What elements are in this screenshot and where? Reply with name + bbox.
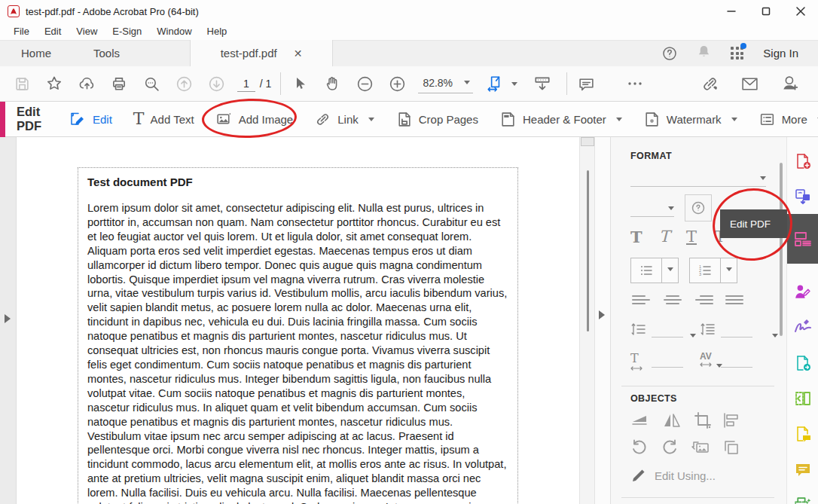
numbered-list-chevron-icon[interactable] [720, 258, 737, 283]
tab-close-icon[interactable]: ✕ [294, 47, 303, 60]
tab-home[interactable]: Home [0, 40, 72, 66]
export-pdf-icon[interactable] [787, 179, 818, 214]
horizontal-scale-input[interactable] [652, 354, 683, 368]
fit-width-chevron-icon[interactable] [511, 82, 517, 89]
crop-pages-button[interactable]: Crop Pages [395, 111, 478, 128]
bold-icon[interactable]: T [630, 228, 642, 246]
rotate-ccw-icon[interactable] [630, 438, 649, 457]
page-number-input[interactable]: 1 [237, 76, 255, 92]
character-spacing-input[interactable] [721, 354, 752, 368]
zoom-out-icon[interactable] [353, 71, 376, 96]
align-justify-icon[interactable] [725, 294, 743, 307]
notifications-bell-icon[interactable] [697, 44, 711, 62]
font-family-combo[interactable] [630, 170, 766, 187]
request-signatures-icon[interactable] [787, 274, 818, 310]
align-left-icon[interactable] [632, 294, 650, 307]
apps-waffle-icon[interactable] [731, 47, 743, 60]
flip-horizontal-icon[interactable] [662, 411, 682, 429]
flip-vertical-icon[interactable] [630, 411, 650, 429]
previous-page-icon[interactable] [172, 71, 195, 96]
next-page-icon[interactable] [205, 71, 227, 96]
menu-help[interactable]: Help [200, 24, 235, 38]
select-pointer-icon[interactable] [288, 71, 311, 96]
add-text-label: Add Text [151, 113, 194, 126]
search-zoom-icon[interactable] [140, 71, 163, 96]
main-toolbar: 1 / 1 82.8% [0, 66, 818, 102]
edit-using-button[interactable]: Edit Using... [630, 467, 716, 484]
collapse-right-panel-icon[interactable] [599, 310, 605, 319]
paragraph-spacing-chevron-icon[interactable] [772, 334, 778, 341]
menu-file[interactable]: File [6, 24, 37, 38]
email-icon[interactable] [740, 75, 759, 93]
save-icon[interactable] [11, 71, 33, 96]
italic-icon[interactable]: T [659, 228, 670, 246]
share-link-icon[interactable] [700, 75, 719, 93]
tab-document[interactable]: test-pdf.pdf ✕ [190, 40, 333, 66]
fit-width-icon[interactable] [484, 71, 506, 96]
print-icon[interactable] [108, 71, 130, 96]
fill-and-sign-icon[interactable] [787, 310, 818, 345]
minimize-button[interactable] [714, 0, 749, 23]
character-spacing-icon: AV [700, 351, 712, 368]
align-objects-icon[interactable] [722, 411, 740, 429]
bulleted-list-chevron-icon[interactable] [661, 258, 678, 283]
add-image-button[interactable]: Add Image [215, 111, 294, 128]
page-notes-icon[interactable] [787, 416, 818, 451]
zoom-level-select[interactable]: 82.8% [418, 75, 473, 93]
edit-tool-button[interactable]: Edit [69, 110, 112, 128]
numbered-list-button[interactable]: 123 [689, 258, 737, 283]
replace-image-icon[interactable] [691, 438, 710, 457]
add-text-button[interactable]: T Add Text [133, 111, 194, 127]
document-scrollbar[interactable] [579, 137, 595, 504]
scan-ocr-icon[interactable] [787, 487, 818, 504]
expand-left-pane-icon[interactable] [5, 314, 11, 323]
help-icon[interactable] [662, 46, 677, 61]
scrollbar-thumb[interactable] [587, 170, 589, 331]
share-cloud-icon[interactable] [75, 71, 98, 96]
line-spacing-chevron-icon[interactable] [690, 334, 696, 341]
format-help-button[interactable] [685, 194, 712, 221]
menu-esign[interactable]: E-Sign [105, 24, 149, 38]
page-display-icon[interactable] [531, 71, 554, 96]
panel-scrollbar-thumb[interactable] [780, 163, 783, 336]
hand-pan-icon[interactable] [321, 71, 343, 96]
comment-bubble-icon[interactable] [575, 71, 597, 96]
font-size-combo[interactable] [630, 200, 674, 217]
send-pdf-icon[interactable] [787, 345, 818, 380]
account-person-icon[interactable] [780, 74, 800, 93]
watermark-button[interactable]: Watermark [643, 111, 737, 128]
align-right-icon[interactable] [695, 294, 713, 307]
close-button[interactable] [783, 0, 818, 23]
text-block-bounding-box[interactable]: Test document PDF Lorem ipsum dolor sit … [78, 167, 518, 504]
menu-edit[interactable]: Edit [37, 24, 69, 38]
scrollbar-top-thumb[interactable] [581, 137, 594, 146]
line-spacing-icon [630, 321, 647, 338]
bulleted-list-button[interactable] [630, 258, 679, 283]
edit-pdf-icon[interactable] [787, 214, 818, 264]
maximize-button[interactable] [749, 0, 783, 23]
zoom-in-icon[interactable] [386, 71, 408, 96]
menu-view[interactable]: View [69, 24, 105, 38]
star-icon[interactable] [43, 71, 66, 96]
organize-pages-icon[interactable] [787, 380, 818, 416]
create-pdf-icon[interactable] [787, 143, 818, 179]
paragraph-spacing-input[interactable] [721, 324, 752, 338]
line-spacing-input[interactable] [652, 324, 683, 338]
tab-tools[interactable]: Tools [72, 40, 141, 66]
crop-object-icon[interactable] [694, 411, 712, 429]
align-center-icon[interactable] [664, 294, 682, 307]
document-page[interactable]: Test document PDF Lorem ipsum dolor sit … [17, 137, 579, 504]
crop-pages-label: Crop Pages [419, 113, 478, 126]
link-button[interactable]: Link [314, 111, 374, 128]
header-footer-button[interactable]: Header & Footer [499, 111, 622, 128]
underline-icon[interactable]: T [686, 228, 697, 246]
comment-icon[interactable] [787, 451, 818, 487]
menu-window[interactable]: Window [149, 24, 199, 38]
more-ellipsis-icon[interactable] [624, 71, 646, 96]
tab-home-label: Home [21, 47, 51, 60]
arrange-objects-icon[interactable] [722, 438, 740, 457]
toolbar-divider [280, 72, 281, 95]
rotate-cw-icon[interactable] [661, 438, 679, 457]
more-button[interactable]: More [758, 111, 818, 128]
sign-in-button[interactable]: Sign In [763, 47, 798, 60]
